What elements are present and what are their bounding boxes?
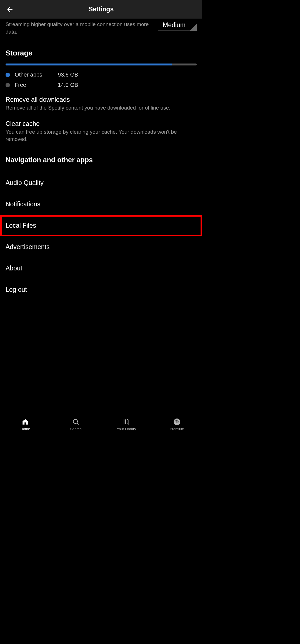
menu-label: Log out (6, 286, 197, 293)
home-icon (22, 418, 29, 426)
remove-downloads-button[interactable]: Remove all downloads Remove all of the S… (0, 92, 202, 116)
menu-audio-quality[interactable]: Audio Quality (0, 172, 202, 194)
nav-premium-button[interactable]: Premium (152, 418, 202, 431)
search-icon (72, 418, 79, 426)
menu-local-files[interactable]: Local Files (0, 215, 202, 236)
navigation-section-heading: Navigation and other apps (0, 148, 202, 172)
nav-label: Premium (170, 427, 184, 431)
clear-cache-button[interactable]: Clear cache You can free up storage by c… (0, 116, 202, 148)
menu-log-out[interactable]: Log out (0, 279, 202, 300)
streaming-quality-value: Medium (163, 21, 186, 29)
menu-label: Advertisements (6, 243, 197, 251)
menu-notifications[interactable]: Notifications (0, 194, 202, 215)
nav-label: Home (21, 427, 30, 431)
nav-heading-label: Navigation and other apps (6, 156, 197, 164)
page-title: Settings (89, 6, 114, 13)
clear-cache-desc: You can free up storage by clearing your… (6, 128, 197, 143)
legend-row-free: Free 14.0 GB (6, 82, 197, 88)
nav-search-button[interactable]: Search (51, 418, 101, 431)
svg-point-0 (73, 419, 78, 424)
storage-usage-bar (6, 64, 197, 65)
menu-label: Local Files (6, 222, 197, 229)
library-icon (123, 418, 130, 426)
legend-value: 14.0 GB (58, 82, 78, 88)
menu-label: Notifications (6, 201, 197, 208)
settings-header: Settings (0, 0, 202, 19)
streaming-quality-dropdown[interactable]: Medium (158, 19, 197, 31)
nav-home-button[interactable]: Home (0, 418, 51, 431)
storage-fill-other (6, 64, 172, 65)
menu-label: Audio Quality (6, 179, 197, 187)
menu-about[interactable]: About (0, 258, 202, 279)
bottom-nav: Home Search Your Library (0, 414, 202, 434)
back-arrow-icon[interactable] (5, 4, 15, 14)
legend-value: 93.6 GB (58, 72, 78, 78)
dropdown-indicator-icon (190, 24, 197, 31)
storage-heading: Storage (0, 41, 202, 64)
spotify-icon (173, 418, 181, 426)
legend-label: Free (15, 82, 58, 88)
nav-label: Your Library (117, 427, 136, 431)
clear-cache-title: Clear cache (6, 120, 197, 128)
legend-dot-icon (6, 83, 10, 87)
streaming-quality-desc: Streaming higher quality over a mobile c… (6, 21, 158, 36)
streaming-quality-row: Streaming higher quality over a mobile c… (0, 19, 202, 41)
remove-downloads-title: Remove all downloads (6, 96, 197, 103)
menu-advertisements[interactable]: Advertisements (0, 236, 202, 258)
remove-downloads-desc: Remove all of the Spotify content you ha… (6, 104, 197, 112)
settings-content: Streaming higher quality over a mobile c… (0, 19, 202, 300)
legend-label: Other apps (15, 72, 58, 78)
legend-dot-icon (6, 73, 10, 77)
storage-legend: Other apps 93.6 GB Free 14.0 GB (0, 72, 202, 88)
svg-line-1 (77, 423, 78, 424)
nav-library-button[interactable]: Your Library (101, 418, 152, 431)
nav-label: Search (70, 427, 81, 431)
legend-row-other: Other apps 93.6 GB (6, 72, 197, 78)
menu-label: About (6, 265, 197, 272)
